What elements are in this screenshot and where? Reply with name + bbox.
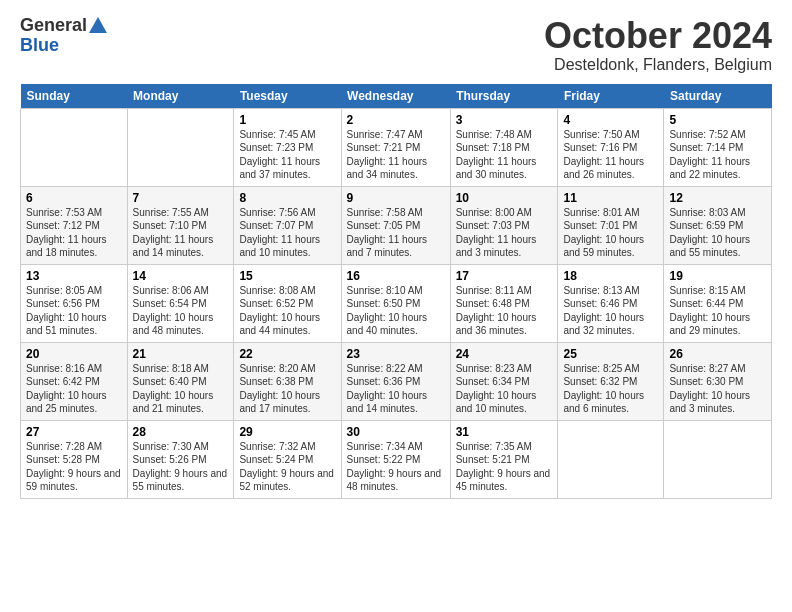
cell-day-number: 28 — [133, 425, 229, 439]
col-thursday: Thursday — [450, 84, 558, 109]
cell-sunrise: Sunrise: 7:53 AM — [26, 207, 102, 218]
cell-sunrise: Sunrise: 7:52 AM — [669, 129, 745, 140]
cell-sunrise: Sunrise: 8:00 AM — [456, 207, 532, 218]
table-cell: 21 Sunrise: 8:18 AM Sunset: 6:40 PM Dayl… — [127, 342, 234, 420]
cell-sunrise: Sunrise: 8:23 AM — [456, 363, 532, 374]
calendar-table: Sunday Monday Tuesday Wednesday Thursday… — [20, 84, 772, 499]
cell-day-number: 16 — [347, 269, 445, 283]
cell-day-number: 19 — [669, 269, 766, 283]
cell-daylight: Daylight: 10 hours and 17 minutes. — [239, 390, 320, 415]
cell-sunset: Sunset: 7:10 PM — [133, 220, 207, 231]
cell-sunset: Sunset: 7:16 PM — [563, 142, 637, 153]
table-cell: 1 Sunrise: 7:45 AM Sunset: 7:23 PM Dayli… — [234, 108, 341, 186]
table-cell: 23 Sunrise: 8:22 AM Sunset: 6:36 PM Dayl… — [341, 342, 450, 420]
table-row: 1 Sunrise: 7:45 AM Sunset: 7:23 PM Dayli… — [21, 108, 772, 186]
cell-sunset: Sunset: 7:01 PM — [563, 220, 637, 231]
col-friday: Friday — [558, 84, 664, 109]
cell-sunrise: Sunrise: 8:03 AM — [669, 207, 745, 218]
cell-day-number: 21 — [133, 347, 229, 361]
cell-day-number: 9 — [347, 191, 445, 205]
cell-day-number: 8 — [239, 191, 335, 205]
cell-sunrise: Sunrise: 7:55 AM — [133, 207, 209, 218]
cell-sunrise: Sunrise: 7:34 AM — [347, 441, 423, 452]
table-cell: 28 Sunrise: 7:30 AM Sunset: 5:26 PM Dayl… — [127, 420, 234, 498]
cell-daylight: Daylight: 10 hours and 44 minutes. — [239, 312, 320, 337]
cell-day-number: 20 — [26, 347, 122, 361]
cell-sunrise: Sunrise: 7:30 AM — [133, 441, 209, 452]
cell-day-number: 14 — [133, 269, 229, 283]
cell-daylight: Daylight: 11 hours and 34 minutes. — [347, 156, 428, 181]
page: General Blue October 2024 Desteldonk, Fl… — [0, 0, 792, 509]
cell-daylight: Daylight: 10 hours and 25 minutes. — [26, 390, 107, 415]
cell-day-number: 10 — [456, 191, 553, 205]
cell-day-number: 26 — [669, 347, 766, 361]
col-tuesday: Tuesday — [234, 84, 341, 109]
cell-day-number: 18 — [563, 269, 658, 283]
col-saturday: Saturday — [664, 84, 772, 109]
cell-sunset: Sunset: 6:59 PM — [669, 220, 743, 231]
table-cell: 31 Sunrise: 7:35 AM Sunset: 5:21 PM Dayl… — [450, 420, 558, 498]
cell-sunset: Sunset: 7:18 PM — [456, 142, 530, 153]
cell-day-number: 12 — [669, 191, 766, 205]
table-cell: 15 Sunrise: 8:08 AM Sunset: 6:52 PM Dayl… — [234, 264, 341, 342]
cell-day-number: 1 — [239, 113, 335, 127]
cell-sunset: Sunset: 7:03 PM — [456, 220, 530, 231]
logo-general: General — [20, 16, 87, 36]
cell-daylight: Daylight: 9 hours and 45 minutes. — [456, 468, 551, 493]
cell-day-number: 11 — [563, 191, 658, 205]
cell-sunrise: Sunrise: 7:28 AM — [26, 441, 102, 452]
cell-sunset: Sunset: 6:32 PM — [563, 376, 637, 387]
cell-sunrise: Sunrise: 7:58 AM — [347, 207, 423, 218]
cell-daylight: Daylight: 11 hours and 30 minutes. — [456, 156, 537, 181]
cell-sunset: Sunset: 6:40 PM — [133, 376, 207, 387]
cell-sunrise: Sunrise: 8:10 AM — [347, 285, 423, 296]
logo-icon — [89, 17, 107, 33]
cell-sunset: Sunset: 5:21 PM — [456, 454, 530, 465]
table-cell: 13 Sunrise: 8:05 AM Sunset: 6:56 PM Dayl… — [21, 264, 128, 342]
cell-day-number: 6 — [26, 191, 122, 205]
table-cell: 12 Sunrise: 8:03 AM Sunset: 6:59 PM Dayl… — [664, 186, 772, 264]
table-cell: 3 Sunrise: 7:48 AM Sunset: 7:18 PM Dayli… — [450, 108, 558, 186]
cell-sunset: Sunset: 6:30 PM — [669, 376, 743, 387]
cell-sunset: Sunset: 5:26 PM — [133, 454, 207, 465]
cell-day-number: 5 — [669, 113, 766, 127]
cell-sunset: Sunset: 7:14 PM — [669, 142, 743, 153]
cell-sunset: Sunset: 5:22 PM — [347, 454, 421, 465]
title-section: October 2024 Desteldonk, Flanders, Belgi… — [544, 16, 772, 74]
cell-daylight: Daylight: 11 hours and 37 minutes. — [239, 156, 320, 181]
col-sunday: Sunday — [21, 84, 128, 109]
cell-daylight: Daylight: 10 hours and 59 minutes. — [563, 234, 644, 259]
cell-sunrise: Sunrise: 8:13 AM — [563, 285, 639, 296]
cell-day-number: 7 — [133, 191, 229, 205]
cell-daylight: Daylight: 10 hours and 55 minutes. — [669, 234, 750, 259]
cell-sunrise: Sunrise: 7:50 AM — [563, 129, 639, 140]
cell-day-number: 31 — [456, 425, 553, 439]
cell-day-number: 4 — [563, 113, 658, 127]
col-wednesday: Wednesday — [341, 84, 450, 109]
table-cell — [127, 108, 234, 186]
table-cell: 16 Sunrise: 8:10 AM Sunset: 6:50 PM Dayl… — [341, 264, 450, 342]
cell-sunrise: Sunrise: 7:56 AM — [239, 207, 315, 218]
cell-day-number: 25 — [563, 347, 658, 361]
cell-day-number: 24 — [456, 347, 553, 361]
cell-daylight: Daylight: 10 hours and 14 minutes. — [347, 390, 428, 415]
cell-sunset: Sunset: 7:23 PM — [239, 142, 313, 153]
cell-sunrise: Sunrise: 8:16 AM — [26, 363, 102, 374]
cell-sunrise: Sunrise: 8:15 AM — [669, 285, 745, 296]
cell-daylight: Daylight: 10 hours and 21 minutes. — [133, 390, 214, 415]
cell-day-number: 17 — [456, 269, 553, 283]
cell-sunrise: Sunrise: 8:01 AM — [563, 207, 639, 218]
cell-sunset: Sunset: 7:07 PM — [239, 220, 313, 231]
cell-daylight: Daylight: 9 hours and 55 minutes. — [133, 468, 228, 493]
cell-sunrise: Sunrise: 8:06 AM — [133, 285, 209, 296]
cell-sunset: Sunset: 5:28 PM — [26, 454, 100, 465]
table-cell: 18 Sunrise: 8:13 AM Sunset: 6:46 PM Dayl… — [558, 264, 664, 342]
cell-sunrise: Sunrise: 8:20 AM — [239, 363, 315, 374]
cell-daylight: Daylight: 9 hours and 59 minutes. — [26, 468, 121, 493]
logo: General Blue — [20, 16, 107, 56]
svg-marker-0 — [89, 17, 107, 33]
cell-sunset: Sunset: 6:34 PM — [456, 376, 530, 387]
table-cell: 20 Sunrise: 8:16 AM Sunset: 6:42 PM Dayl… — [21, 342, 128, 420]
cell-sunset: Sunset: 6:44 PM — [669, 298, 743, 309]
cell-daylight: Daylight: 10 hours and 51 minutes. — [26, 312, 107, 337]
